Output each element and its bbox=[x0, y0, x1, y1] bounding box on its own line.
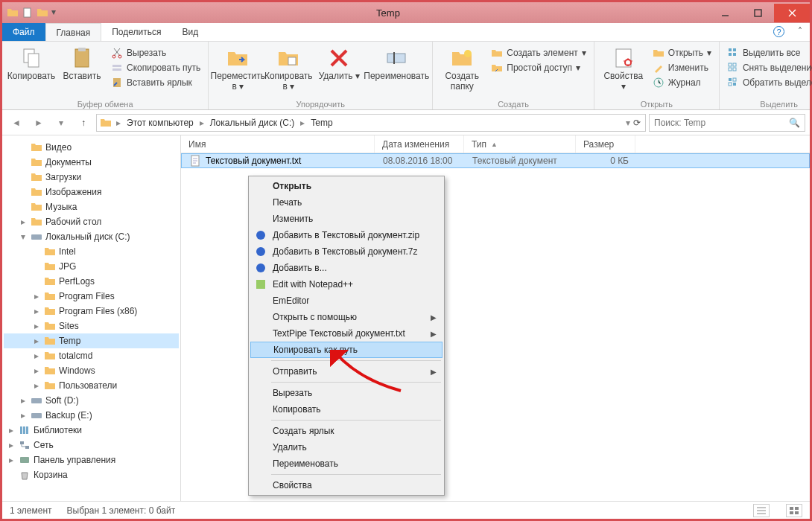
tree-soft-d[interactable]: ▸Soft (D:) bbox=[4, 393, 179, 408]
open-button[interactable]: Открыть ▾ bbox=[650, 46, 714, 60]
copy-button[interactable]: Копировать bbox=[7, 43, 56, 82]
crumb-drive[interactable]: Локальный диск (C:) bbox=[207, 118, 298, 128]
view-details-button[interactable] bbox=[753, 504, 770, 517]
status-count: 1 элемент bbox=[10, 505, 52, 516]
new-item-button[interactable]: Создать элемент ▾ bbox=[488, 46, 589, 60]
collapse-ribbon-icon[interactable]: ˄ bbox=[798, 26, 802, 36]
ctx-edit[interactable]: Изменить bbox=[250, 211, 443, 227]
move-to-button[interactable]: Переместить в ▾ bbox=[213, 43, 262, 92]
ctx-open-with[interactable]: Открыть с помощью▶ bbox=[250, 309, 443, 325]
tree-folder[interactable]: ▸Windows bbox=[4, 363, 179, 378]
tree-backup-e[interactable]: ▸Backup (E:) bbox=[4, 408, 179, 423]
tree-folder[interactable]: ▸totalcmd bbox=[4, 348, 179, 363]
tree-folder[interactable]: ▸Sites bbox=[4, 319, 179, 333]
invert-selection-button[interactable]: Обратить выделение bbox=[724, 76, 812, 89]
rename-button[interactable]: Переименовать bbox=[365, 43, 428, 82]
tab-share[interactable]: Поделиться bbox=[101, 23, 171, 41]
tree-desktop[interactable]: ▸Рабочий стол bbox=[4, 214, 179, 229]
tree-documents[interactable]: Документы bbox=[4, 155, 179, 170]
copy-to-button[interactable]: Копировать в ▾ bbox=[264, 43, 313, 92]
qat-folder-icon[interactable] bbox=[37, 7, 48, 19]
breadcrumb[interactable]: ▸ Этот компьютер ▸ Локальный диск (C:) ▸… bbox=[96, 114, 646, 132]
tree-videos[interactable]: Видео bbox=[4, 140, 179, 155]
edit-button[interactable]: Изменить bbox=[650, 61, 714, 74]
new-doc-icon[interactable] bbox=[22, 7, 34, 19]
maximize-button[interactable] bbox=[741, 4, 774, 22]
crumb-folder[interactable]: Temp bbox=[308, 118, 335, 128]
ctx-rename[interactable]: Переименовать bbox=[250, 456, 443, 472]
ctx-send-to[interactable]: Отправить▶ bbox=[250, 363, 443, 380]
svg-rect-28 bbox=[733, 83, 736, 86]
group-select-label: Выделить bbox=[724, 98, 812, 109]
tree-music[interactable]: Музыка bbox=[4, 199, 179, 214]
ctx-print[interactable]: Печать bbox=[250, 194, 443, 211]
file-row[interactable]: Текстовый документ.txt 08.08.2016 18:00 … bbox=[181, 153, 810, 168]
search-box[interactable]: 🔍 bbox=[649, 114, 805, 132]
select-none-button[interactable]: Снять выделение bbox=[724, 61, 812, 74]
select-all-button[interactable]: Выделить все bbox=[724, 46, 812, 60]
tree-control-panel[interactable]: ▸Панель управления bbox=[4, 453, 179, 467]
col-size[interactable]: Размер bbox=[576, 135, 635, 153]
cut-button[interactable]: Вырезать bbox=[108, 46, 203, 60]
ctx-copy-as-path[interactable]: Копировать как путь bbox=[250, 342, 443, 358]
tree-downloads[interactable]: Загрузки bbox=[4, 170, 179, 185]
ctx-copy[interactable]: Копировать bbox=[250, 401, 443, 418]
paste-button[interactable]: Вставить bbox=[57, 43, 107, 82]
tab-home[interactable]: Главная bbox=[45, 23, 102, 41]
paste-shortcut-button[interactable]: Вставить ярлык bbox=[108, 76, 203, 89]
ctx-create-shortcut[interactable]: Создать ярлык bbox=[250, 423, 443, 439]
svg-rect-35 bbox=[20, 441, 24, 444]
ctx-cut[interactable]: Вырезать bbox=[250, 385, 443, 401]
col-name[interactable]: Имя bbox=[181, 135, 375, 153]
ctx-emeditor[interactable]: EmEditor bbox=[250, 293, 443, 309]
help-icon[interactable]: ? bbox=[773, 26, 784, 37]
ctx-add-zip[interactable]: Добавить в Текстовый документ.zip bbox=[250, 227, 443, 243]
col-date[interactable]: Дата изменения bbox=[375, 135, 464, 153]
col-type[interactable]: Тип▲ bbox=[464, 135, 576, 153]
history-button[interactable]: Журнал bbox=[650, 76, 714, 89]
close-button[interactable] bbox=[774, 4, 810, 22]
forward-button[interactable]: ► bbox=[29, 113, 48, 132]
ctx-open[interactable]: Открыть bbox=[250, 178, 443, 194]
tree-folder[interactable]: ▸Temp bbox=[4, 333, 179, 348]
up-button[interactable]: ↑ bbox=[74, 113, 93, 132]
tree-folder[interactable]: Intel bbox=[4, 244, 179, 259]
ctx-npp[interactable]: Edit with Notepad++ bbox=[250, 276, 443, 293]
crumb-this-pc[interactable]: Этот компьютер bbox=[124, 118, 197, 128]
tree-folder[interactable]: ▸Пользователи bbox=[4, 378, 179, 393]
svg-rect-46 bbox=[795, 511, 799, 514]
properties-button[interactable]: Свойства ▾ bbox=[599, 43, 648, 92]
delete-button[interactable]: Удалить ▾ bbox=[314, 43, 364, 82]
svg-rect-32 bbox=[20, 426, 22, 434]
tree-drive-c[interactable]: ▾Локальный диск (C:) bbox=[4, 229, 179, 244]
tree-libraries[interactable]: ▸Библиотеки bbox=[4, 423, 179, 438]
ctx-add-to[interactable]: Добавить в... bbox=[250, 260, 443, 276]
view-icons-button[interactable] bbox=[786, 504, 802, 517]
svg-rect-24 bbox=[733, 68, 736, 71]
nav-tree[interactable]: Видео Документы Загрузки Изображения Муз… bbox=[2, 135, 181, 501]
svg-rect-8 bbox=[112, 65, 121, 67]
ctx-properties[interactable]: Свойства bbox=[250, 477, 443, 493]
address-dropdown-icon[interactable]: ▾ bbox=[626, 118, 630, 128]
tree-folder[interactable]: PerfLogs bbox=[4, 274, 179, 289]
back-button[interactable]: ◄ bbox=[7, 113, 26, 132]
tab-file[interactable]: Файл bbox=[2, 23, 45, 41]
recent-locations-button[interactable]: ▾ bbox=[51, 113, 71, 132]
ctx-add-7z[interactable]: Добавить в Текстовый документ.7z bbox=[250, 243, 443, 260]
search-input[interactable] bbox=[654, 118, 784, 128]
tree-network[interactable]: ▸Сеть bbox=[4, 438, 179, 453]
chevron-down-icon[interactable]: ▾ bbox=[51, 7, 63, 19]
tree-folder[interactable]: JPG bbox=[4, 259, 179, 274]
copy-path-button[interactable]: Скопировать путь bbox=[108, 61, 203, 74]
tree-recycle[interactable]: Корзина bbox=[4, 467, 179, 482]
tab-view[interactable]: Вид bbox=[171, 23, 209, 41]
ctx-textpipe[interactable]: TextPipe Текстовый документ.txt▶ bbox=[250, 325, 443, 342]
easy-access-button[interactable]: Простой доступ ▾ bbox=[488, 61, 589, 74]
tree-folder[interactable]: ▸Program Files (x86) bbox=[4, 304, 179, 319]
tree-pictures[interactable]: Изображения bbox=[4, 185, 179, 199]
tree-folder[interactable]: ▸Program Files bbox=[4, 289, 179, 304]
ctx-delete[interactable]: Удалить bbox=[250, 439, 443, 456]
refresh-icon[interactable]: ⟳ bbox=[633, 118, 641, 128]
new-folder-button[interactable]: Создать папку bbox=[437, 43, 486, 92]
minimize-button[interactable] bbox=[708, 4, 741, 22]
